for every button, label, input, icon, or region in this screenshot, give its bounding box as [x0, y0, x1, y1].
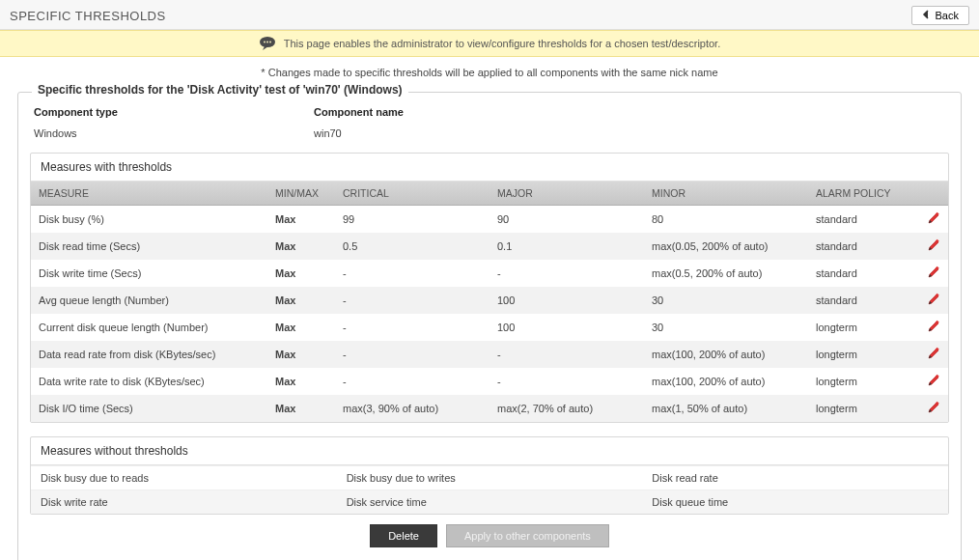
cell-minmax: Max [267, 368, 335, 395]
measure-cell: Disk queue time [642, 490, 948, 515]
component-name-label: Component name [314, 106, 594, 118]
page-title: SPECIFIC THRESHOLDS [10, 9, 166, 23]
table-row: Disk busy (%)Max999080standard [31, 206, 948, 234]
info-banner-text: This page enables the administrator to v… [284, 38, 720, 49]
component-type-label: Component type [34, 106, 314, 118]
measures-with-thresholds-title: Measures with thresholds [31, 154, 948, 182]
edit-pencil-icon[interactable] [927, 320, 940, 335]
cell-minor: 30 [644, 287, 808, 314]
cell-critical: - [335, 314, 490, 341]
cell-critical: 0.5 [335, 233, 490, 260]
col-minmax[interactable]: MIN/MAX [267, 182, 335, 206]
cell-major: - [490, 260, 644, 287]
edit-pencil-icon[interactable] [927, 347, 940, 362]
cell-minmax: Max [267, 206, 335, 234]
measure-cell: Disk service time [337, 490, 643, 515]
col-policy[interactable]: ALARM POLICY [808, 182, 919, 206]
measure-cell: Disk read rate [642, 466, 948, 490]
thresholds-panel: Specific thresholds for the 'Disk Activi… [17, 92, 962, 560]
cell-major: 100 [490, 287, 644, 314]
col-measure[interactable]: MEASURE [31, 182, 267, 206]
table-row: Disk write time (Secs)Max--max(0.5, 200%… [31, 260, 948, 287]
edit-pencil-icon[interactable] [927, 293, 940, 308]
measures-without-thresholds-title: Measures without thresholds [31, 437, 948, 465]
cell-major: - [490, 368, 644, 395]
edit-pencil-icon[interactable] [927, 401, 940, 416]
delete-button[interactable]: Delete [370, 524, 437, 547]
no-thresholds-table: Disk busy due to readsDisk busy due to w… [31, 465, 948, 514]
measures-with-thresholds-panel: Measures with thresholds MEASURE MIN/MAX… [30, 153, 949, 423]
cell-critical: max(3, 90% of auto) [335, 395, 490, 422]
cell-policy: longterm [808, 395, 919, 422]
cell-minmax: Max [267, 341, 335, 368]
cell-critical: 99 [335, 206, 490, 234]
measure-cell: Disk write rate [31, 490, 337, 515]
panel-legend: Specific thresholds for the 'Disk Activi… [32, 83, 408, 97]
col-minor[interactable]: MINOR [644, 182, 808, 206]
cell-measure: Disk I/O time (Secs) [31, 395, 267, 422]
edit-pencil-icon[interactable] [927, 266, 940, 281]
cell-measure: Data write rate to disk (KBytes/sec) [31, 368, 267, 395]
cell-policy: longterm [808, 341, 919, 368]
cell-minmax: Max [267, 287, 335, 314]
speech-bubble-icon [259, 37, 276, 50]
cell-policy: longterm [808, 368, 919, 395]
apply-to-other-components-button: Apply to other components [446, 524, 609, 547]
cell-measure: Disk read time (Secs) [31, 233, 267, 260]
measure-cell: Disk busy due to reads [31, 466, 337, 490]
svg-point-3 [269, 42, 271, 43]
cell-major: 90 [490, 206, 644, 234]
cell-minor: max(0.5, 200% of auto) [644, 260, 808, 287]
table-row: Avg queue length (Number)Max-10030standa… [31, 287, 948, 314]
edit-pencil-icon[interactable] [927, 374, 940, 389]
cell-policy: standard [808, 260, 919, 287]
table-row: Disk busy due to readsDisk busy due to w… [31, 466, 948, 490]
table-row: Disk I/O time (Secs)Maxmax(3, 90% of aut… [31, 395, 948, 422]
back-button-label: Back [936, 10, 959, 21]
measure-cell: Disk busy due to writes [337, 466, 643, 490]
cell-measure: Avg queue length (Number) [31, 287, 267, 314]
cell-major: 0.1 [490, 233, 644, 260]
back-arrow-icon [922, 10, 932, 21]
button-row: Delete Apply to other components [28, 515, 951, 549]
cell-major: max(2, 70% of auto) [490, 395, 644, 422]
cell-minor: 30 [644, 314, 808, 341]
measures-without-thresholds-panel: Measures without thresholds Disk busy du… [30, 436, 949, 515]
table-row: Disk write rateDisk service timeDisk que… [31, 490, 948, 515]
cell-policy: standard [808, 233, 919, 260]
cell-critical: - [335, 287, 490, 314]
back-button[interactable]: Back [911, 6, 969, 25]
cell-critical: - [335, 341, 490, 368]
cell-minor: 80 [644, 206, 808, 234]
component-name-value: win70 [314, 127, 594, 139]
cell-minor: max(0.05, 200% of auto) [644, 233, 808, 260]
cell-measure: Current disk queue length (Number) [31, 314, 267, 341]
cell-policy: longterm [808, 314, 919, 341]
cell-minmax: Max [267, 260, 335, 287]
edit-pencil-icon[interactable] [927, 238, 940, 254]
edit-pencil-icon[interactable] [927, 211, 940, 227]
col-edit [919, 182, 948, 206]
cell-minor: max(1, 50% of auto) [644, 395, 808, 422]
cell-critical: - [335, 368, 490, 395]
info-banner: This page enables the administrator to v… [0, 30, 979, 57]
col-major[interactable]: MAJOR [490, 182, 644, 206]
svg-point-1 [264, 42, 266, 43]
cell-measure: Data read rate from disk (KBytes/sec) [31, 341, 267, 368]
svg-point-2 [266, 42, 268, 43]
component-info: Component type Windows Component name wi… [28, 106, 951, 147]
page-header: SPECIFIC THRESHOLDS Back [0, 0, 979, 30]
table-row: Current disk queue length (Number)Max-10… [31, 314, 948, 341]
cell-measure: Disk write time (Secs) [31, 260, 267, 287]
table-row: Data write rate to disk (KBytes/sec)Max-… [31, 368, 948, 395]
cell-minmax: Max [267, 233, 335, 260]
table-row: Disk read time (Secs)Max0.50.1max(0.05, … [31, 233, 948, 260]
col-critical[interactable]: CRITICAL [335, 182, 490, 206]
cell-minmax: Max [267, 314, 335, 341]
cell-minor: max(100, 200% of auto) [644, 368, 808, 395]
table-row: Data read rate from disk (KBytes/sec)Max… [31, 341, 948, 368]
component-type-value: Windows [34, 127, 314, 139]
cell-minor: max(100, 200% of auto) [644, 341, 808, 368]
cell-major: - [490, 341, 644, 368]
thresholds-table: MEASURE MIN/MAX CRITICAL MAJOR MINOR ALA… [31, 182, 948, 422]
